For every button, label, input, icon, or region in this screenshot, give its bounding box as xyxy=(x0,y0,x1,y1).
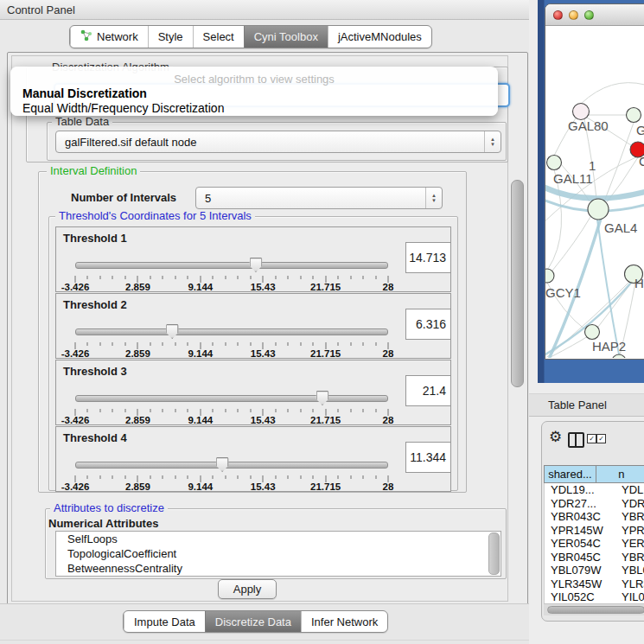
close-traffic-light-icon[interactable] xyxy=(553,10,563,20)
tick-mark xyxy=(124,475,125,479)
tick-mark xyxy=(300,475,301,479)
node-table: shared... n YDL19... YDL1 YDR27... YDR2 xyxy=(544,465,644,603)
checkbox-icon[interactable]: ✓ xyxy=(596,434,606,443)
table-panel-title: Table Panel xyxy=(529,399,607,411)
table-row[interactable]: YIL052C YIL0 xyxy=(545,590,644,603)
threshold-value-field[interactable]: 21.4 xyxy=(405,375,451,406)
tab-item[interactable]: Cyni Toolbox xyxy=(244,26,328,48)
network-node[interactable] xyxy=(627,108,641,123)
number-of-intervals-combobox[interactable]: 5 ▲▼ xyxy=(195,187,443,209)
slider-scale-label: 28 xyxy=(383,481,394,492)
tab-label: jActiveMNodules xyxy=(338,30,422,43)
tick-mark xyxy=(112,409,113,412)
table-row[interactable]: YDR27... YDR2 xyxy=(545,497,644,511)
gear-icon[interactable]: ⚙ xyxy=(549,429,562,446)
tick-mark xyxy=(338,475,339,479)
threshold-slider[interactable] xyxy=(75,392,388,407)
slider-track[interactable] xyxy=(75,462,388,469)
slider-track[interactable] xyxy=(75,262,388,269)
main-vertical-scrollbar-thumb[interactable] xyxy=(511,180,524,387)
tab-item[interactable]: Style xyxy=(148,26,193,48)
threshold-label: Threshold 1 xyxy=(63,232,127,245)
slider-scale-label: 9.144 xyxy=(188,415,213,425)
slider-thumb[interactable] xyxy=(166,324,179,339)
attribute-list-item[interactable]: TopologicalCoefficient xyxy=(56,546,501,561)
table-row[interactable]: YLR345W YLR3 xyxy=(545,577,644,591)
tick-mark xyxy=(375,276,376,279)
slider-track[interactable] xyxy=(75,328,388,335)
table-cell: YDL19... xyxy=(545,483,615,497)
network-node[interactable] xyxy=(547,156,562,170)
algorithm-option[interactable]: Manual Discretization xyxy=(22,86,489,101)
zoom-traffic-light-icon[interactable] xyxy=(584,10,594,20)
tick-mark xyxy=(87,475,88,479)
table-row[interactable]: YBL079W YBL0 xyxy=(545,564,644,577)
minimize-traffic-light-icon[interactable] xyxy=(569,10,578,20)
tab-label: Style xyxy=(158,30,183,43)
table-header-row: shared... n xyxy=(544,465,644,483)
table-header-shared[interactable]: shared... xyxy=(544,465,596,483)
threshold-value-field[interactable]: 14.713 xyxy=(405,242,451,273)
tick-mark xyxy=(288,276,289,279)
combo-spinner-icon[interactable]: ▲▼ xyxy=(484,131,501,152)
tick-mark xyxy=(175,475,175,479)
columns-icon[interactable] xyxy=(568,432,584,448)
tab-item[interactable]: Discretize Data xyxy=(205,611,301,632)
table-cell: YBL079W xyxy=(545,564,615,577)
combo-spinner-icon[interactable]: ▲▼ xyxy=(425,188,442,208)
table-cell: YIL052C xyxy=(545,590,615,603)
table-row[interactable]: YDL19... YDL1 xyxy=(545,483,644,497)
apply-button[interactable]: Apply xyxy=(218,579,277,599)
attributes-list-scrollbar-thumb[interactable] xyxy=(488,532,500,575)
network-node-gal4[interactable] xyxy=(588,199,609,220)
slider-thumb[interactable] xyxy=(249,258,262,272)
threshold-slider[interactable] xyxy=(75,458,388,474)
tick-mark xyxy=(250,409,251,412)
table-cell: YDR2 xyxy=(615,497,644,511)
slider-scale-label: 21.715 xyxy=(310,415,341,425)
tick-mark xyxy=(238,342,239,346)
algorithm-option[interactable]: Equal Width/Frequency Discretization xyxy=(22,101,489,116)
table-row[interactable]: YPR145W YPR1 xyxy=(545,524,644,538)
table-horizontal-scrollbar[interactable] xyxy=(544,603,644,615)
table-data-combobox[interactable]: galFiltered.sif default node ▲▼ xyxy=(55,131,501,153)
tick-mark xyxy=(150,342,150,346)
network-window-titlebar[interactable] xyxy=(545,4,644,26)
network-canvas[interactable]: GAL80 GA C GAL11 1 GAL4 GCY1 H HAP2 xyxy=(545,26,644,358)
tab-label: Infer Network xyxy=(311,615,378,628)
attribute-list-item[interactable]: BetweennessCentrality xyxy=(56,561,501,576)
attribute-list-item[interactable]: SelfLoops xyxy=(56,532,501,546)
tab-item[interactable]: Infer Network xyxy=(301,611,387,632)
tab-item[interactable]: Network xyxy=(70,26,148,48)
threshold-slider[interactable] xyxy=(75,325,388,341)
node-label-gal4: GAL4 xyxy=(604,220,637,235)
slider-scale-label: 2.859 xyxy=(125,481,150,492)
network-node-hap2[interactable] xyxy=(585,325,600,340)
network-node[interactable] xyxy=(612,354,626,358)
table-hscrollbar-thumb[interactable] xyxy=(547,606,644,614)
table-row[interactable]: YER054C YER0 xyxy=(545,537,644,551)
slider-scale: -3.4262.8599.14415.4321.71528 xyxy=(75,481,388,492)
slider-thumb[interactable] xyxy=(216,457,229,472)
table-header-name[interactable]: n xyxy=(596,465,644,483)
threshold-panel: Threshold 1 -3.4262.8599.14415.4321.7152… xyxy=(55,226,451,292)
table-row[interactable]: YBR045C YBR0 xyxy=(545,551,644,564)
slider-thumb[interactable] xyxy=(316,391,328,405)
threshold-value-field[interactable]: 6.316 xyxy=(405,309,451,340)
network-node-gcy1[interactable] xyxy=(545,269,554,283)
table-row[interactable]: YBR043C YBR0 xyxy=(545,510,644,524)
tick-mark xyxy=(150,276,150,279)
threshold-panel: Threshold 3 -3.4262.8599.14415.4321.7152… xyxy=(55,360,451,425)
threshold-slider[interactable] xyxy=(75,258,388,274)
checkbox-icon[interactable]: ✓ xyxy=(587,434,596,443)
tab-item[interactable]: Impute Data xyxy=(124,611,205,632)
tick-mark xyxy=(338,276,339,279)
threshold-value-field[interactable]: 11.344 xyxy=(405,442,451,473)
network-node-gal80[interactable] xyxy=(573,104,590,120)
tab-item[interactable]: jActiveMNodules xyxy=(328,26,431,48)
slider-scale-label: 28 xyxy=(383,415,394,425)
tick-mark xyxy=(300,276,301,279)
bottom-tab-bar: Impute Data Discretize Data Infer Networ… xyxy=(0,603,529,644)
slider-track[interactable] xyxy=(75,395,388,402)
tab-item[interactable]: Select xyxy=(193,26,244,48)
